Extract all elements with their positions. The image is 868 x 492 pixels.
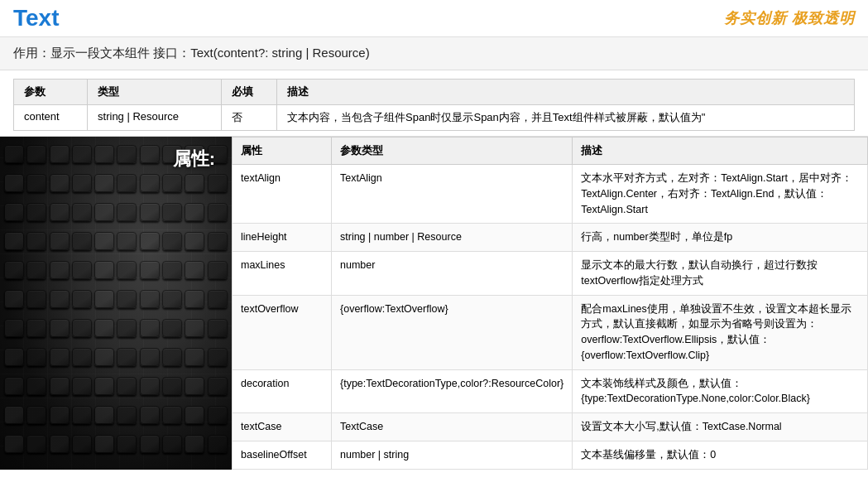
api-desc: 文本内容，当包含子组件Span时仅显示Span内容，并且Text组件样式被屏蔽，… <box>277 105 855 131</box>
key-r5-10 <box>208 261 228 279</box>
prop-attr: textAlign <box>233 165 332 224</box>
key-r5-2 <box>26 261 46 279</box>
key-r5-4 <box>72 261 92 279</box>
key-blank8 <box>162 174 182 192</box>
key-r10-10 <box>208 406 228 424</box>
prop-type: TextAlign <box>332 165 573 224</box>
prop-desc: 配合maxLines使用，单独设置不生效，设置文本超长显示方式，默认直接截断，如… <box>573 295 868 369</box>
prop-desc: 文本装饰线样式及颜色，默认值：{type:TextDecorationType.… <box>573 369 868 413</box>
key-r7-8 <box>162 319 182 337</box>
prop-desc: 文本水平对齐方式，左对齐：TextAlign.Start，居中对齐：TextAl… <box>573 165 868 224</box>
key-r10-2 <box>26 406 46 424</box>
key-r6-7 <box>140 290 160 308</box>
key-r11-8 <box>162 435 182 453</box>
key-r7-6 <box>117 319 137 337</box>
prop-attr: textCase <box>233 413 332 441</box>
key-q <box>94 145 114 163</box>
key-i <box>140 145 160 163</box>
key-r9-4 <box>72 377 92 395</box>
key-r10-7 <box>140 406 160 424</box>
key-r5-6 <box>117 261 137 279</box>
key-r6-8 <box>162 290 182 308</box>
key-r6-5 <box>94 290 114 308</box>
key-r4-10 <box>208 232 228 250</box>
key-r11-3 <box>50 435 70 453</box>
key-r7-2 <box>26 319 46 337</box>
api-table: 参数 类型 必填 描述 content string | Resource 否 … <box>13 79 855 131</box>
props-table-row: baselineOffset number | string 文本基线偏移量，默… <box>233 441 868 469</box>
prop-desc: 文本基线偏移量，默认值：0 <box>573 441 868 469</box>
key-blank2 <box>117 145 137 163</box>
key-r7-1 <box>4 319 24 337</box>
prop-type: number <box>332 252 573 296</box>
key-r4-8 <box>162 232 182 250</box>
col-desc: 描述 <box>277 80 855 105</box>
key-r9-2 <box>26 377 46 395</box>
props-panel: 属性 参数类型 描述 textAlign TextAlign 文本水平对齐方式，… <box>232 137 868 470</box>
key-r10-3 <box>50 406 70 424</box>
key-r8-2 <box>26 348 46 366</box>
prop-type: TextCase <box>332 413 573 441</box>
key-r11-2 <box>26 435 46 453</box>
key-blank <box>26 145 46 163</box>
key-r3-4 <box>72 203 92 221</box>
company-slogan: 务实创新 极致透明 <box>724 8 855 28</box>
key-r4-7 <box>140 232 160 250</box>
key-r10-8 <box>162 406 182 424</box>
key-r8-3 <box>50 348 70 366</box>
key-r8-10 <box>208 348 228 366</box>
key-r4-5 <box>94 232 114 250</box>
props-table-row: textOverflow {overflow:TextOverflow} 配合m… <box>233 295 868 369</box>
key-r7-10 <box>208 319 228 337</box>
key-r9-8 <box>162 377 182 395</box>
key-r9-10 <box>208 377 228 395</box>
key-r4-1 <box>4 232 24 250</box>
prop-desc: 行高，number类型时，单位是fp <box>573 224 868 252</box>
prop-attr: maxLines <box>233 252 332 296</box>
key-r5-3 <box>50 261 70 279</box>
key-r4-6 <box>117 232 137 250</box>
col-param: 参数 <box>14 80 88 105</box>
prop-desc: 设置文本大小写,默认值：TextCase.Normal <box>573 413 868 441</box>
key-r9-3 <box>50 377 70 395</box>
key-r3-5 <box>94 203 114 221</box>
prop-attr: textOverflow <box>233 295 332 369</box>
panel-label: 属性: <box>173 147 215 171</box>
key-r8-8 <box>162 348 182 366</box>
key-blank5 <box>94 174 114 192</box>
key-r11-6 <box>117 435 137 453</box>
key-r5-8 <box>162 261 182 279</box>
key-r9-1 <box>4 377 24 395</box>
key-r8-1 <box>4 348 24 366</box>
subtitle-bar: 作用：显示一段文本组件 接口：Text(content?: string | R… <box>0 37 868 70</box>
prop-type: number | string <box>332 441 573 469</box>
page-title: Text <box>13 5 60 31</box>
key-r11-1 <box>4 435 24 453</box>
key-blank3 <box>26 174 46 192</box>
key-r4-4 <box>72 232 92 250</box>
key-blank10 <box>208 174 228 192</box>
key-s2 <box>50 174 70 192</box>
key-r9-6 <box>117 377 137 395</box>
api-table-row: content string | Resource 否 文本内容，当包含子组件S… <box>14 105 855 131</box>
key-r11-7 <box>140 435 160 453</box>
prop-attr: decoration <box>233 369 332 413</box>
key-r6-1 <box>4 290 24 308</box>
key-r6-6 <box>117 290 137 308</box>
keyboard-graphic <box>0 137 232 470</box>
key-r4-2 <box>26 232 46 250</box>
key-n <box>4 174 24 192</box>
key-r7-7 <box>140 319 160 337</box>
key-r5-9 <box>185 261 204 279</box>
key-blank9 <box>185 174 204 192</box>
key-r3-6 <box>117 203 137 221</box>
key-r9-9 <box>185 377 204 395</box>
key-r6-3 <box>50 290 70 308</box>
props-col-attr: 属性 <box>233 137 332 165</box>
key-r10-5 <box>94 406 114 424</box>
props-col-desc: 描述 <box>573 137 868 165</box>
prop-desc: 显示文本的最大行数，默认自动换行，超过行数按textOverflow指定处理方式 <box>573 252 868 296</box>
key-r4-3 <box>50 232 70 250</box>
props-table-row: lineHeight string | number | Resource 行高… <box>233 224 868 252</box>
prop-type: {overflow:TextOverflow} <box>332 295 573 369</box>
